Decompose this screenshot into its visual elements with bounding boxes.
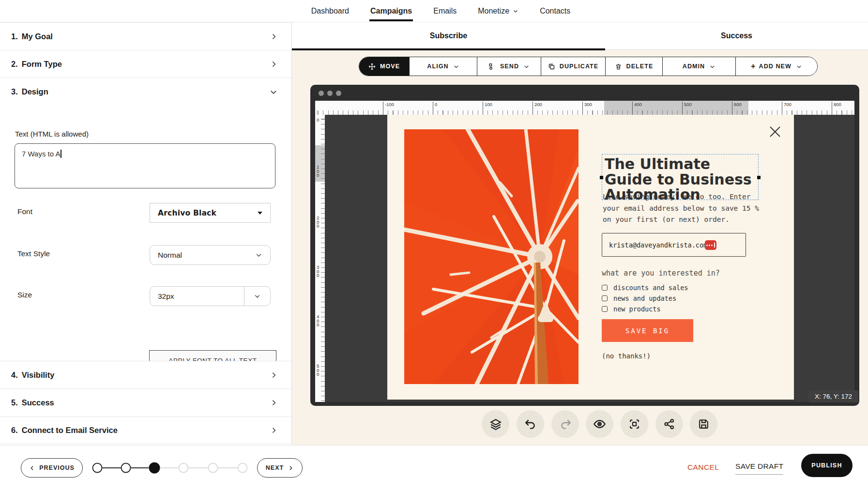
chevron-right-icon [270, 399, 278, 407]
checkbox-products[interactable]: new products [602, 304, 661, 314]
chevron-down-icon [513, 8, 518, 14]
nav-campaigns[interactable]: Campaigns [370, 7, 412, 15]
chevron-right-icon [270, 371, 278, 379]
save-big-button[interactable]: SAVE BIG [602, 319, 693, 342]
admin-button[interactable]: ADMIN [663, 57, 736, 76]
save-draft-button[interactable]: SAVE DRAFT [735, 462, 783, 475]
email-field[interactable]: krista@daveyandkrista.com [602, 233, 746, 257]
horizontal-ruler: -100 0 100 200 300 400 500 600 700 800 [315, 101, 854, 115]
size-label: Size [17, 291, 32, 299]
send-button[interactable]: SEND [477, 57, 541, 76]
save-disk-icon [698, 418, 710, 430]
nav-emails[interactable]: Emails [433, 7, 457, 15]
nav-monetize[interactable]: Monetize [478, 7, 518, 15]
move-button[interactable]: MOVE [359, 57, 410, 76]
progress-steps[interactable] [90, 458, 251, 478]
font-label: Font [17, 207, 32, 216]
page-background: The Ultimate Guide to Business Automatio… [325, 115, 854, 402]
checkbox-icon[interactable] [602, 295, 608, 301]
align-button[interactable]: ALIGN [410, 57, 477, 76]
cancel-button[interactable]: CANCEL [687, 463, 719, 472]
chevron-down-icon [269, 88, 278, 96]
move-icon [368, 63, 376, 70]
chevron-right-icon [288, 465, 294, 471]
text-field-label: Text (HTML is allowed) [15, 130, 89, 138]
redo-icon [559, 418, 572, 431]
font-select[interactable]: Archivo Black [150, 203, 271, 223]
trash-icon [615, 63, 622, 70]
chevron-down-icon [453, 63, 459, 70]
chevron-down-icon [709, 63, 716, 70]
redo-button[interactable] [551, 410, 579, 438]
undo-button[interactable] [517, 410, 544, 438]
preview-button[interactable] [586, 410, 613, 438]
resize-handle-right[interactable] [757, 176, 761, 179]
autofill-icon[interactable] [705, 240, 716, 250]
checkbox-icon[interactable] [602, 285, 608, 291]
section-design[interactable]: 3. Design [0, 77, 291, 106]
section-visibility[interactable]: 4. Visibility [0, 361, 291, 388]
chevron-down-icon [796, 63, 802, 70]
tab-subscribe[interactable]: Subscribe [292, 22, 605, 49]
editor-canvas-area: MOVE ALIGN SEND DUPLICATE DELETE ADMIN +… [292, 50, 868, 445]
publish-button[interactable]: PUBLISH [801, 454, 853, 477]
section-success[interactable]: 5. Success [0, 388, 291, 417]
section-my-goal[interactable]: 1. My Goal [0, 22, 291, 50]
nav-contacts[interactable]: Contacts [540, 7, 570, 15]
chevron-down-icon [255, 251, 262, 259]
no-thanks-link[interactable]: (no thanks!) [602, 352, 651, 360]
layers-button[interactable] [482, 410, 509, 438]
editor-tabs: Subscribe Success [292, 22, 868, 50]
traffic-light-dots [319, 91, 341, 96]
duplicate-icon [548, 63, 555, 70]
size-select[interactable]: 32px [150, 286, 271, 306]
active-tab-indicator [292, 48, 605, 51]
share-icon [663, 418, 675, 430]
cursor-coordinates: X: 76, Y: 172 [808, 390, 858, 402]
add-new-button[interactable]: + ADD NEW [736, 57, 817, 76]
previous-button[interactable]: PREVIOUS [21, 458, 83, 478]
chevron-right-icon [270, 426, 278, 434]
popup-form: The Ultimate Guide to Business Automatio… [387, 115, 794, 400]
focus-frame-icon [628, 418, 640, 430]
nav-dashboard[interactable]: Dashboard [311, 7, 349, 15]
element-toolbar: MOVE ALIGN SEND DUPLICATE DELETE ADMIN +… [359, 57, 818, 76]
share-button[interactable] [655, 410, 683, 438]
undo-icon [524, 418, 537, 431]
layers-icon [489, 418, 502, 431]
duplicate-button[interactable]: DUPLICATE [541, 57, 606, 76]
wizard-footer: PREVIOUS NEXT CANCEL SAVE DRAFT PUBLISH [0, 445, 868, 479]
chevron-right-icon [270, 32, 278, 41]
chevron-left-icon [29, 465, 35, 471]
fullscreen-button[interactable] [621, 410, 648, 438]
chevron-down-icon [254, 293, 261, 300]
close-icon[interactable] [768, 124, 782, 139]
save-button[interactable] [690, 410, 717, 438]
chevron-down-icon [523, 63, 530, 70]
checkbox-discounts[interactable]: discounts and sales [602, 283, 688, 293]
text-cursor [61, 150, 61, 158]
vertical-ruler: 0 1 0 0 2 0 0 3 0 0 4 0 0 5 0 0 [315, 115, 325, 402]
tab-success[interactable]: Success [605, 22, 868, 49]
delete-button[interactable]: DELETE [606, 57, 663, 76]
dropdown-triangle-icon [258, 212, 262, 215]
canvas-actions [292, 410, 868, 439]
send-order-icon [488, 63, 496, 70]
text-style-select[interactable]: Normal [150, 245, 271, 265]
popup-heading[interactable]: The Ultimate Guide to Business Automatio… [605, 156, 758, 202]
checkbox-news[interactable]: news and updates [602, 294, 676, 303]
chevron-right-icon [270, 60, 278, 68]
checkbox-icon[interactable] [602, 306, 608, 312]
eye-icon [593, 417, 606, 431]
section-connect-email[interactable]: 6. Connect to Email Service [0, 417, 291, 444]
interested-label: what are you interested in? [602, 269, 720, 278]
plus-icon: + [751, 62, 756, 71]
resize-handle-left[interactable] [600, 176, 603, 179]
size-stepper[interactable] [244, 287, 270, 306]
selected-element-outline[interactable]: The Ultimate Guide to Business Automatio… [602, 154, 759, 200]
text-input[interactable]: 7 Ways to A [15, 143, 275, 188]
umbrella-image[interactable] [404, 129, 579, 384]
next-button[interactable]: NEXT [257, 458, 303, 478]
section-form-type[interactable]: 2. Form Type [0, 50, 291, 77]
preview-window: -100 0 100 200 300 400 500 600 700 800 0… [310, 85, 859, 406]
